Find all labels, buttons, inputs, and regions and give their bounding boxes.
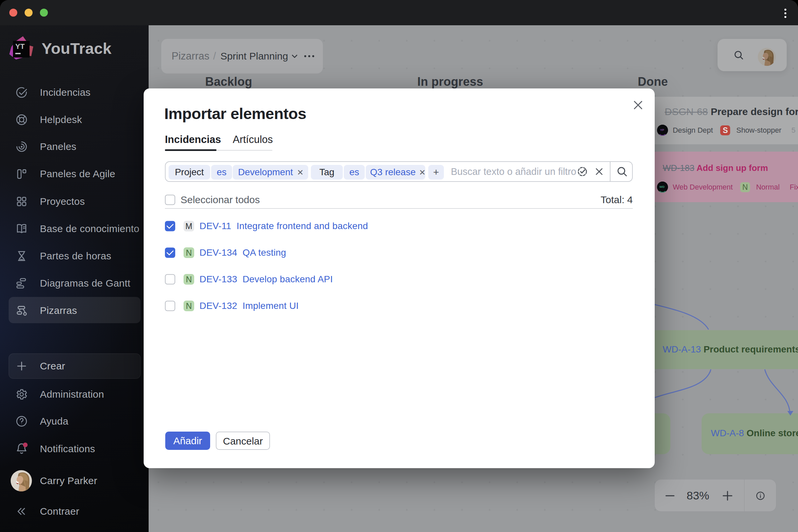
svg-text:YT: YT (15, 42, 25, 51)
